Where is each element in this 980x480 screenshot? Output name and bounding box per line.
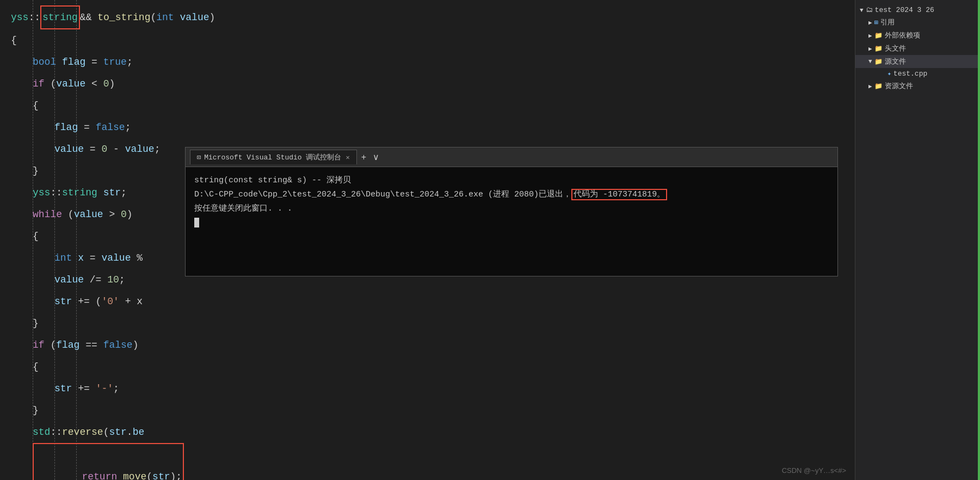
res-icon: 📁 bbox=[874, 82, 883, 90]
code-line-1: yss::string&& to_string(int value) bbox=[11, 5, 855, 29]
terminal-line-4 bbox=[194, 216, 829, 230]
sidebar-label-dep: 外部依赖项 bbox=[885, 30, 920, 40]
chevron-right-icon-res: ▶ bbox=[868, 83, 872, 90]
terminal-exit-code: 代码为 -1073741819。 bbox=[571, 189, 667, 200]
sidebar-item-ref[interactable]: ▶ ⊞ 引用 bbox=[855, 16, 980, 29]
chevron-down-icon: ▼ bbox=[860, 7, 864, 14]
chevron-right-icon-dep: ▶ bbox=[868, 32, 872, 39]
sidebar-item-dep[interactable]: ▶ 📁 外部依赖项 bbox=[855, 29, 980, 42]
chevron-right-icon: ▶ bbox=[868, 19, 872, 26]
code-line-16: if (flag == false) bbox=[11, 334, 855, 356]
sidebar-label-cpp: test.cpp bbox=[893, 70, 927, 78]
watermark: CSDN @~yY…s<#> bbox=[782, 466, 846, 475]
terminal-window[interactable]: ⊡ Microsoft Visual Studio 调试控制台 ✕ + ∨ st… bbox=[185, 147, 838, 276]
project-name: test 2024 3 26 bbox=[875, 6, 934, 14]
cursor bbox=[194, 218, 199, 227]
code-token: yss bbox=[11, 7, 28, 28]
terminal-line-3: 按任意键关闭此窗口. . . bbox=[194, 202, 829, 216]
code-line-17: { bbox=[11, 356, 855, 378]
terminal-add-button[interactable]: + bbox=[358, 152, 369, 162]
sidebar-project[interactable]: ▼ 🗂 test 2024 3 26 bbox=[855, 4, 980, 16]
terminal-line2-pre: D:\C-CPP_code\Cpp_2\test_2024_3_26\Debug… bbox=[194, 190, 571, 199]
code-line-18: str += '-'; bbox=[11, 378, 855, 399]
sidebar-item-header[interactable]: ▶ 📁 头文件 bbox=[855, 42, 980, 55]
code-line-19: } bbox=[11, 399, 855, 421]
dep-icon: 📁 bbox=[874, 32, 883, 40]
terminal-line-1: string(const string& s) -- 深拷贝 bbox=[194, 174, 829, 188]
chevron-right-icon-header: ▶ bbox=[868, 45, 872, 52]
sidebar-label-header: 头文件 bbox=[885, 44, 906, 53]
sidebar-item-res[interactable]: ▶ 📁 资源文件 bbox=[855, 79, 980, 93]
sidebar-label-res: 资源文件 bbox=[885, 81, 913, 91]
terminal-dropdown-button[interactable]: ∨ bbox=[369, 152, 383, 162]
code-line-2: { bbox=[11, 29, 855, 51]
terminal-titlebar: ⊡ Microsoft Visual Studio 调试控制台 ✕ + ∨ bbox=[186, 147, 837, 167]
cpp-icon: ✦ bbox=[887, 70, 891, 78]
string-highlight: string bbox=[40, 5, 80, 29]
sidebar-label-ref: 引用 bbox=[880, 17, 895, 27]
sidebar-label-src: 源文件 bbox=[885, 57, 906, 66]
terminal-tab[interactable]: ⊡ Microsoft Visual Studio 调试控制台 ✕ bbox=[190, 150, 357, 164]
header-icon: 📁 bbox=[874, 45, 883, 53]
code-panel: yss::string&& to_string(int value) { boo… bbox=[0, 0, 855, 480]
code-line-20: std::reverse(str.be bbox=[11, 421, 855, 443]
sidebar-item-src[interactable]: ▼ 📁 源文件 bbox=[855, 55, 980, 68]
project-icon: 🗂 bbox=[866, 6, 873, 14]
sidebar: ▼ 🗂 test 2024 3 26 ▶ ⊞ 引用 ▶ 📁 外部依赖项 ▶ 📁 … bbox=[855, 0, 980, 480]
terminal-body: string(const string& s) -- 深拷贝 D:\C-CPP_… bbox=[186, 167, 837, 276]
code-line-21: return move(str); bbox=[11, 443, 855, 480]
code-line-5: { bbox=[11, 95, 855, 116]
terminal-tab-label: Microsoft Visual Studio 调试控制台 bbox=[204, 152, 341, 162]
chevron-down-icon-src: ▼ bbox=[868, 58, 872, 65]
code-line-6: flag = false; bbox=[11, 116, 855, 138]
code-line-14: str += ('0' + x bbox=[11, 291, 855, 312]
terminal-tab-icon: ⊡ bbox=[197, 153, 201, 162]
green-activity-bar bbox=[978, 0, 980, 480]
ref-icon: ⊞ bbox=[874, 19, 878, 27]
src-icon: 📁 bbox=[874, 58, 883, 66]
code-line-15: } bbox=[11, 312, 855, 334]
code-line-3: bool flag = true; bbox=[11, 51, 855, 73]
return-highlight: return move(str); bbox=[33, 443, 184, 480]
terminal-line-2: D:\C-CPP_code\Cpp_2\test_2024_3_26\Debug… bbox=[194, 188, 829, 202]
terminal-close-button[interactable]: ✕ bbox=[346, 153, 349, 162]
code-line-4: if (value < 0) bbox=[11, 73, 855, 95]
sidebar-item-cpp[interactable]: ▶ ✦ test.cpp bbox=[855, 68, 980, 79]
